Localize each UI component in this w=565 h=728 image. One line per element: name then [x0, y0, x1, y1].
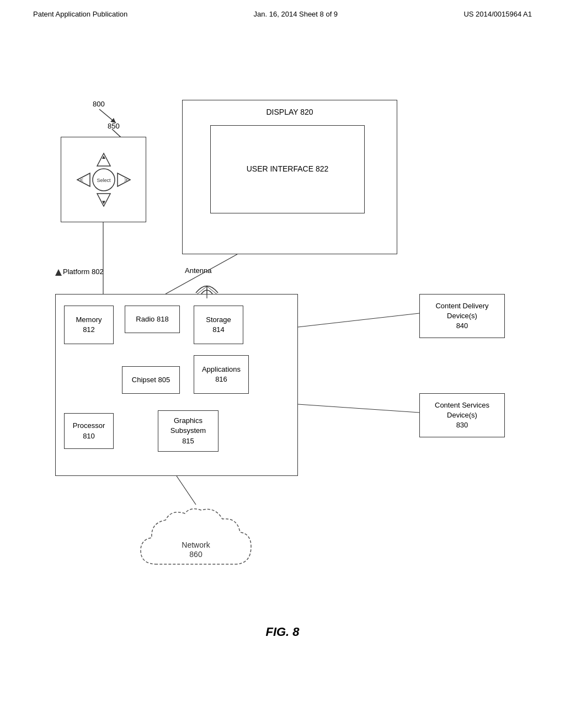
page-header: Patent Application Publication Jan. 16, … — [0, 0, 565, 18]
graphics-subsystem-815-box: Graphics Subsystem 815 — [158, 410, 218, 452]
network-cloud: Network 860 — [135, 504, 257, 588]
fig-caption: FIG. 8 — [0, 625, 565, 639]
svg-line-22 — [298, 404, 419, 413]
svg-text:Select: Select — [97, 178, 111, 183]
chipset-805-label: Chipset 805 — [132, 375, 170, 385]
graphics-subsystem-815-label: Graphics Subsystem 815 — [170, 416, 206, 446]
svg-text:Network: Network — [182, 540, 210, 549]
svg-text:▼: ▼ — [101, 199, 106, 205]
user-interface-822-box: USER INTERFACE 822 — [210, 125, 365, 213]
svg-text:>: > — [124, 176, 127, 183]
memory-812-label: Memory 812 — [76, 315, 102, 335]
header-center: Jan. 16, 2014 Sheet 8 of 9 — [254, 10, 338, 18]
storage-814-label: Storage 814 — [206, 315, 231, 335]
svg-marker-12 — [55, 269, 62, 276]
storage-814-box: Storage 814 — [194, 306, 243, 344]
svg-marker-4 — [77, 173, 90, 186]
display-820-label: DISPLAY 820 — [183, 107, 397, 118]
svg-text:860: 860 — [189, 550, 202, 559]
radio-818-label: Radio 818 — [136, 314, 168, 324]
applications-816-label: Applications 816 — [202, 365, 241, 384]
svg-text:▲: ▲ — [101, 154, 106, 160]
radio-818-box: Radio 818 — [125, 306, 180, 333]
svg-line-20 — [177, 476, 196, 505]
content-delivery-840-box: Content Delivery Device(s) 840 — [419, 294, 505, 338]
processor-810-label: Processor 810 — [73, 421, 105, 441]
display-820-box: DISPLAY 820 USER INTERFACE 822 — [182, 100, 397, 254]
platform-802-label: Platform 802 — [55, 267, 104, 276]
user-interface-822-label: USER INTERFACE 822 — [247, 164, 329, 175]
diagram: 800 850 Select — [0, 18, 565, 702]
memory-812-box: Memory 812 — [64, 306, 114, 344]
control-pad-svg: Select < > ▲ ▼ — [71, 147, 137, 213]
header-left: Patent Application Publication — [33, 10, 127, 18]
control-pad-box: Select < > ▲ ▼ — [61, 137, 146, 222]
content-services-830-label: Content Services Device(s) 830 — [435, 400, 489, 431]
content-services-830-box: Content Services Device(s) 830 — [419, 393, 505, 437]
svg-line-0 — [99, 109, 116, 123]
applications-816-box: Applications 816 — [194, 355, 249, 394]
processor-810-box: Processor 810 — [64, 413, 114, 449]
svg-text:<: < — [79, 176, 83, 183]
svg-line-21 — [298, 313, 419, 327]
cloud-svg: Network 860 — [135, 504, 257, 586]
content-delivery-840-label: Content Delivery Device(s) 840 — [435, 301, 488, 331]
header-right: US 2014/0015964 A1 — [463, 10, 532, 18]
chipset-805-box: Chipset 805 — [122, 366, 180, 394]
platform-802-box: Memory 812 Radio 818 Storage 814 Applica… — [55, 294, 298, 476]
antenna-label: Antenna — [185, 266, 211, 275]
